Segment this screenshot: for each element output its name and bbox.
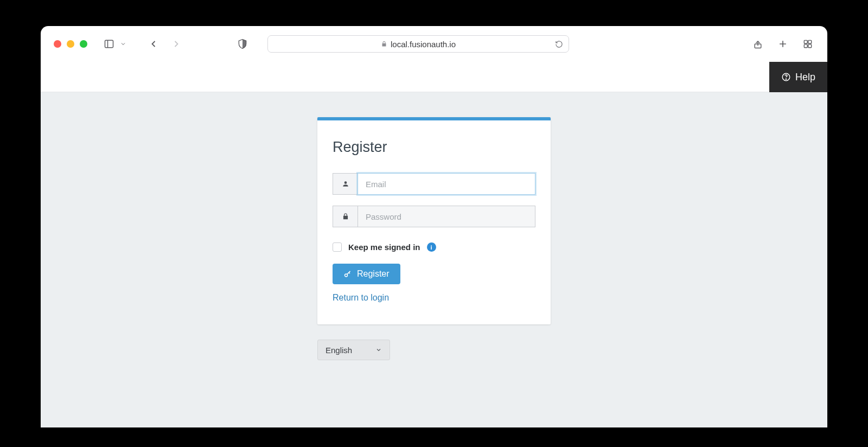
sidebar-toggle-icon[interactable] xyxy=(103,37,116,50)
tab-overview-icon[interactable] xyxy=(801,37,814,50)
register-card: Register Keep me signed in i xyxy=(317,117,551,324)
language-selected: English xyxy=(326,346,352,355)
app-header: Help xyxy=(41,62,827,92)
password-field[interactable] xyxy=(358,206,535,227)
maximize-window-button[interactable] xyxy=(80,40,87,48)
keep-signed-in-checkbox[interactable] xyxy=(333,242,342,252)
lock-icon xyxy=(381,41,387,47)
browser-toolbar: local.fusionauth.io xyxy=(41,26,827,62)
card-title: Register xyxy=(333,139,535,156)
address-bar[interactable]: local.fusionauth.io xyxy=(267,35,569,53)
new-tab-icon[interactable] xyxy=(776,37,789,50)
help-icon xyxy=(781,72,791,82)
user-icon xyxy=(333,173,358,195)
privacy-shield-icon[interactable] xyxy=(236,37,249,50)
info-icon[interactable]: i xyxy=(427,242,436,252)
register-button-label: Register xyxy=(357,269,390,279)
email-input-group xyxy=(333,173,535,195)
email-field[interactable] xyxy=(358,173,535,195)
page-body: Register Keep me signed in i xyxy=(41,92,827,427)
svg-point-11 xyxy=(786,79,786,79)
tab-dropdown-icon[interactable] xyxy=(117,37,130,50)
window-controls xyxy=(54,40,87,48)
svg-rect-0 xyxy=(105,40,113,47)
help-button[interactable]: Help xyxy=(769,62,827,92)
svg-rect-8 xyxy=(804,44,807,48)
url-text: local.fusionauth.io xyxy=(391,40,456,49)
password-input-group xyxy=(333,206,535,227)
keep-signed-in-label: Keep me signed in xyxy=(348,242,420,252)
svg-rect-7 xyxy=(808,40,812,43)
help-label: Help xyxy=(795,72,815,83)
chevron-down-icon xyxy=(375,347,382,353)
language-select[interactable]: English xyxy=(317,340,390,360)
forward-button-icon[interactable] xyxy=(170,37,183,50)
share-icon[interactable] xyxy=(751,37,764,50)
back-button-icon[interactable] xyxy=(147,37,160,50)
lock-icon xyxy=(333,206,358,227)
key-icon xyxy=(343,270,352,278)
svg-rect-6 xyxy=(804,40,807,43)
svg-rect-9 xyxy=(808,44,812,48)
return-to-login-link[interactable]: Return to login xyxy=(333,293,535,303)
browser-window: local.fusionauth.io Help Register xyxy=(41,26,827,427)
minimize-window-button[interactable] xyxy=(67,40,74,48)
reload-icon[interactable] xyxy=(555,40,563,48)
close-window-button[interactable] xyxy=(54,40,61,48)
register-button[interactable]: Register xyxy=(333,264,400,284)
keep-signed-in-row: Keep me signed in i xyxy=(333,242,535,252)
